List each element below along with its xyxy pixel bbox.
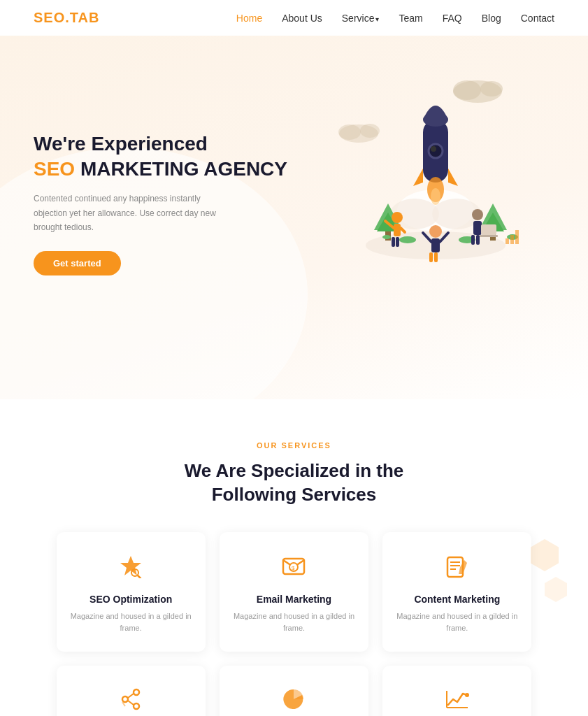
nav-contact[interactable]: Contact (521, 13, 554, 24)
nav-faq[interactable]: FAQ (443, 13, 462, 24)
svg-point-41 (472, 209, 483, 220)
hex-2 (545, 577, 567, 602)
email-icon: $ (231, 553, 357, 584)
svg-rect-37 (429, 252, 433, 262)
svg-rect-36 (431, 238, 440, 252)
svg-point-18 (431, 188, 440, 205)
nav-team[interactable]: Team (399, 13, 422, 24)
svg-point-59 (122, 696, 128, 702)
services-section: OUR SERVICES We Are Specialized in the F… (0, 399, 588, 716)
svg-line-63 (128, 701, 134, 705)
service-desc-2: Magazine and housed in a gilded in frame… (394, 610, 520, 635)
seo-icon (68, 553, 194, 584)
svg-rect-31 (392, 237, 395, 247)
service-card-competitor: Competitor Research Magazine and housed … (382, 666, 531, 716)
nav-links: Home About Us Service▾ Team FAQ Blog Con… (236, 12, 554, 24)
svg-point-29 (392, 212, 403, 223)
logo-tab: TAB (70, 10, 100, 25)
hero-illustration (289, 50, 554, 301)
svg-point-61 (134, 703, 139, 709)
svg-line-51 (138, 575, 141, 578)
competitor-icon (394, 687, 520, 716)
svg-rect-30 (394, 224, 401, 236)
nav-service[interactable]: Service▾ (342, 13, 380, 24)
hero-description: Contented continued any happiness instan… (34, 192, 229, 234)
svg-point-5 (360, 124, 380, 138)
svg-point-67 (465, 693, 469, 697)
svg-point-1 (453, 80, 481, 100)
service-card-content: Content Marketing Magazine and housed in… (382, 532, 531, 652)
svg-text:$: $ (292, 565, 295, 571)
svg-rect-48 (510, 235, 514, 244)
svg-point-60 (134, 689, 139, 695)
social-icon (68, 687, 194, 716)
service-card-reporting: Reporting & Analysis Magazine and housed… (220, 666, 368, 716)
services-grid: SEO Optimization Magazine and housed in … (57, 532, 532, 716)
svg-point-4 (338, 124, 361, 140)
service-card-social: Social Marketing Magazine and housed in … (57, 666, 206, 716)
hero-content: We're Experienced SEO MARKETING AGENCY C… (34, 131, 287, 276)
svg-marker-16 (448, 169, 458, 186)
hero-title-orange: SEO (34, 158, 75, 180)
svg-point-35 (429, 225, 442, 238)
nav-home[interactable]: Home (236, 13, 262, 24)
svg-rect-32 (396, 237, 399, 247)
nav-about[interactable]: About Us (282, 13, 322, 24)
svg-rect-45 (481, 224, 496, 235)
svg-rect-38 (434, 252, 438, 262)
svg-rect-47 (505, 238, 509, 244)
hero-title-main: MARKETING AGENCY (80, 158, 287, 180)
services-title: We Are Specialized in the Following Serv… (34, 459, 554, 507)
navbar: SEO.TAB Home About Us Service▾ Team FAQ … (0, 0, 588, 36)
nav-blog[interactable]: Blog (482, 13, 501, 24)
logo[interactable]: SEO.TAB (34, 10, 99, 26)
service-name-2: Content Marketing (394, 594, 520, 605)
svg-rect-49 (515, 230, 519, 244)
reporting-icon (231, 687, 357, 716)
svg-point-28 (382, 235, 391, 239)
svg-rect-46 (480, 235, 498, 237)
services-title-line1: We Are Specialized in the (185, 460, 404, 481)
svg-line-34 (401, 228, 405, 232)
service-desc-0: Magazine and housed in a gilded in frame… (68, 610, 194, 635)
logo-seo: SEO (34, 10, 65, 25)
svg-point-2 (480, 81, 503, 96)
svg-marker-15 (413, 169, 423, 186)
svg-point-14 (431, 146, 436, 152)
hero-svg (289, 50, 554, 301)
content-icon (394, 553, 520, 584)
svg-line-62 (128, 694, 134, 698)
service-name-1: Email Marketing (231, 594, 357, 605)
hero-subtitle: We're Experienced (34, 133, 208, 155)
services-label: OUR SERVICES (34, 441, 554, 450)
service-card-email: $ Email Marketing Magazine and housed in… (220, 532, 368, 652)
svg-rect-42 (473, 221, 482, 235)
service-card-seo: SEO Optimization Magazine and housed in … (57, 532, 206, 652)
get-started-button[interactable]: Get started (34, 251, 121, 275)
service-desc-1: Magazine and housed in a gilded in frame… (231, 610, 357, 635)
services-title-line2: Following Services (212, 484, 377, 505)
svg-rect-43 (471, 235, 475, 245)
hex-1 (531, 539, 559, 571)
service-name-0: SEO Optimization (68, 594, 194, 605)
svg-rect-44 (476, 235, 480, 245)
svg-point-25 (399, 236, 416, 243)
hex-decoration (531, 539, 567, 602)
hero-section: We're Experienced SEO MARKETING AGENCY C… (0, 36, 588, 399)
hero-heading: We're Experienced SEO MARKETING AGENCY (34, 131, 287, 182)
